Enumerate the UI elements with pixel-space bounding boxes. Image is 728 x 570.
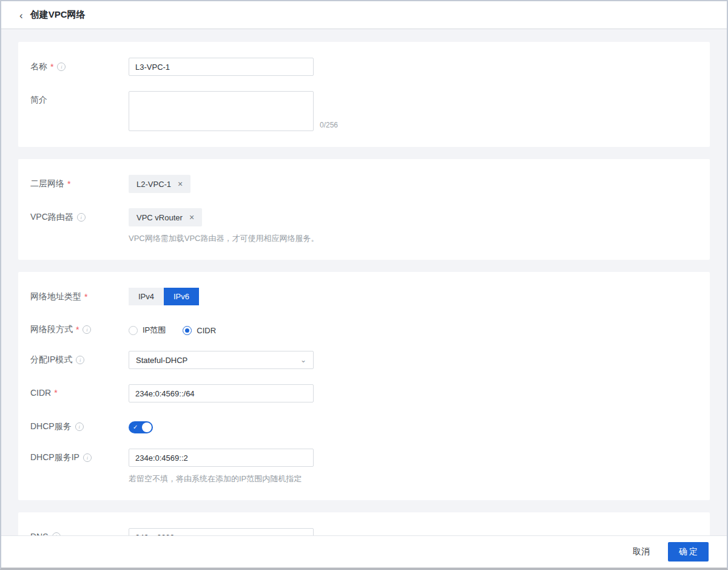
ip-alloc-mode-select[interactable]: Stateful-DHCP ⌄: [129, 351, 314, 369]
name-label-group: 名称 * i: [30, 58, 129, 72]
ipv6-option-button[interactable]: IPv6: [164, 288, 199, 305]
form-row-description: 简介 0/256: [30, 91, 698, 131]
card-address-settings: 网络地址类型 * IPv4 IPv6 网络段方式 * i IP范围: [18, 272, 710, 500]
dns-label-group: DNS i: [30, 528, 129, 535]
chevron-down-icon: ⌄: [300, 356, 306, 364]
radio-unchecked-icon: [129, 326, 138, 335]
required-mark: *: [50, 62, 53, 72]
form-row-ip-alloc-mode: 分配IP模式 i Stateful-DHCP ⌄: [30, 351, 698, 369]
required-mark: *: [84, 292, 87, 302]
cidr-input[interactable]: [129, 384, 314, 402]
form-row-dhcp-service-ip: DHCP服务IP i 若留空不填，将由系统在添加的IP范围内随机指定: [30, 449, 698, 484]
page-title: 创建VPC网络: [30, 9, 86, 21]
description-label: 简介: [30, 95, 47, 106]
confirm-button[interactable]: 确定: [668, 542, 709, 562]
card-dns: DNS i: [18, 512, 710, 535]
card-network-attach: 二层网络 * L2-VPC-1 × VPC路由器 i VPC vR: [18, 159, 710, 260]
segment-mode-label-group: 网络段方式 * i: [30, 321, 129, 335]
dhcp-service-ip-help-text: 若留空不填，将由系统在添加的IP范围内随机指定: [129, 473, 314, 484]
toggle-knob: [142, 422, 152, 432]
vpc-router-tag-label: VPC vRouter: [136, 213, 183, 222]
vpc-router-tag: VPC vRouter ×: [129, 208, 202, 226]
l2-network-label: 二层网络: [30, 178, 64, 189]
form-row-segment-mode: 网络段方式 * i IP范围 CIDR: [30, 321, 698, 336]
info-icon[interactable]: i: [57, 63, 66, 71]
cidr-label: CIDR: [30, 388, 51, 398]
info-icon[interactable]: i: [76, 356, 84, 364]
cidr-label-group: CIDR *: [30, 384, 129, 398]
back-icon[interactable]: ‹: [19, 10, 23, 21]
dhcp-service-ip-input[interactable]: [129, 449, 314, 467]
l2-network-label-group: 二层网络 *: [30, 175, 129, 189]
check-icon: ✓: [133, 424, 138, 430]
form-row-l2-network: 二层网络 * L2-VPC-1 ×: [30, 175, 698, 193]
vpc-router-label: VPC路由器: [30, 212, 73, 223]
form-content: 名称 * i 简介 0/256: [1, 29, 727, 535]
dhcp-service-label-group: DHCP服务 i: [30, 418, 129, 432]
form-row-dns: DNS i: [30, 528, 698, 535]
ip-range-radio[interactable]: IP范围: [129, 325, 166, 336]
ip-range-radio-label: IP范围: [143, 325, 166, 336]
name-label: 名称: [30, 61, 47, 72]
page-header: ‹ 创建VPC网络: [1, 1, 727, 29]
dhcp-service-ip-label: DHCP服务IP: [30, 452, 79, 463]
form-row-vpc-router: VPC路由器 i VPC vRouter × VPC网络需加载VPC路由器，才可…: [30, 208, 698, 244]
form-row-address-type: 网络地址类型 * IPv4 IPv6: [30, 288, 698, 305]
dhcp-service-label: DHCP服务: [30, 421, 72, 432]
radio-checked-icon: [183, 326, 192, 335]
description-label-group: 简介: [30, 91, 129, 106]
create-vpc-network-page: ‹ 创建VPC网络 名称 * i 简介: [0, 0, 728, 570]
form-row-cidr: CIDR *: [30, 384, 698, 402]
l2-network-tag: L2-VPC-1 ×: [129, 175, 190, 193]
l2-network-tag-label: L2-VPC-1: [136, 180, 171, 189]
cidr-radio-label: CIDR: [197, 326, 216, 335]
required-mark: *: [76, 325, 79, 334]
vpc-router-help-text: VPC网络需加载VPC路由器，才可使用相应网络服务。: [129, 233, 318, 244]
ipv4-option-button[interactable]: IPv4: [129, 288, 164, 305]
page-footer: 取消 确定: [1, 535, 727, 568]
form-row-dhcp-service: DHCP服务 i ✓: [30, 418, 698, 433]
segment-mode-label: 网络段方式: [30, 324, 73, 335]
ip-alloc-mode-label-group: 分配IP模式 i: [30, 351, 129, 365]
cidr-radio[interactable]: CIDR: [183, 325, 216, 336]
address-type-segmented: IPv4 IPv6: [129, 288, 199, 305]
close-icon[interactable]: ×: [178, 180, 183, 188]
required-mark: *: [67, 179, 70, 189]
dns-input[interactable]: [129, 528, 314, 535]
ip-alloc-mode-label: 分配IP模式: [30, 355, 72, 365]
info-icon[interactable]: i: [75, 422, 84, 431]
dhcp-service-ip-label-group: DHCP服务IP i: [30, 449, 129, 463]
ip-alloc-mode-value: Stateful-DHCP: [136, 356, 187, 365]
segment-mode-radio-group: IP范围 CIDR: [129, 321, 216, 336]
name-input[interactable]: [129, 58, 314, 76]
info-icon[interactable]: i: [83, 453, 92, 462]
address-type-label: 网络地址类型: [30, 291, 81, 302]
cancel-button[interactable]: 取消: [633, 546, 650, 557]
description-textarea[interactable]: [129, 91, 314, 131]
close-icon[interactable]: ×: [189, 213, 194, 222]
dhcp-service-toggle[interactable]: ✓: [129, 421, 153, 433]
vpc-router-label-group: VPC路由器 i: [30, 208, 129, 223]
required-mark: *: [54, 388, 57, 398]
address-type-label-group: 网络地址类型 *: [30, 288, 129, 302]
info-icon[interactable]: i: [77, 213, 86, 222]
card-basic-info: 名称 * i 简介 0/256: [18, 42, 710, 147]
form-row-name: 名称 * i: [30, 58, 698, 76]
char-counter: 0/256: [320, 121, 338, 131]
info-icon[interactable]: i: [83, 325, 91, 334]
